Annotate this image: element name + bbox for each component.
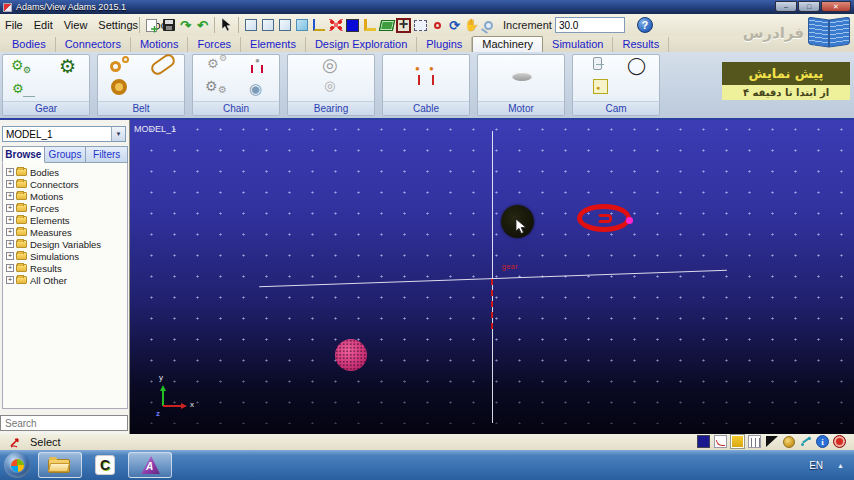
note-status-icon[interactable] (731, 435, 744, 448)
connectivity-icon[interactable] (327, 17, 344, 33)
group-label-chain[interactable]: Chain (193, 101, 279, 115)
expander-icon[interactable]: + (6, 216, 14, 224)
model-selector-dropdown[interactable]: MODEL_1 ▼ (2, 126, 126, 142)
bearing-load-icon[interactable]: ◎ (324, 79, 335, 92)
sprocket-blue-icon[interactable]: ◉ (249, 81, 262, 96)
chain-link-icon[interactable]: ● (255, 57, 260, 65)
linkage-status-icon[interactable] (799, 435, 812, 448)
bearing-icon[interactable]: ◎ (322, 56, 338, 74)
minimize-button[interactable]: – (775, 1, 797, 12)
language-indicator[interactable]: EN (809, 460, 823, 471)
tab-filters[interactable]: Filters (86, 146, 128, 163)
taskbar-adams-button[interactable]: A (128, 452, 172, 478)
tab-results[interactable]: Results (613, 37, 669, 52)
cable-pulley-icon[interactable]: ● (415, 65, 420, 73)
expander-icon[interactable]: + (6, 204, 14, 212)
start-button[interactable] (4, 452, 30, 478)
sprocket-icon[interactable]: ⚙ (207, 57, 219, 70)
spline-status-icon[interactable] (714, 435, 727, 448)
tree-item-simulations[interactable]: +Simulations (5, 250, 127, 262)
tree-item-forces[interactable]: +Forces (5, 202, 127, 214)
group-label-cam[interactable]: Cam (573, 101, 659, 115)
cable-pulley-icon[interactable]: ● (429, 65, 434, 73)
expander-icon[interactable]: + (6, 264, 14, 272)
taskbar-camtasia-button[interactable]: C (86, 452, 124, 478)
working-grid-icon[interactable] (378, 17, 395, 33)
center-point-icon[interactable] (429, 17, 446, 33)
tree-item-elements[interactable]: +Elements (5, 214, 127, 226)
select-cursor-icon[interactable] (218, 17, 235, 33)
redo-icon[interactable]: ↷ (177, 17, 194, 33)
taskbar-explorer-button[interactable] (38, 452, 82, 478)
tab-forces[interactable]: Forces (188, 37, 241, 52)
expander-icon[interactable]: + (6, 240, 14, 248)
tree-item-motions[interactable]: +Motions (5, 190, 127, 202)
expander-icon[interactable]: + (6, 228, 14, 236)
gear-small-icon[interactable]: ⚙ (23, 66, 31, 75)
view-cube-shaded-icon[interactable] (293, 17, 310, 33)
view-cube-edges-icon[interactable] (259, 17, 276, 33)
expander-icon[interactable]: + (6, 180, 14, 188)
pulley-small-icon[interactable] (122, 56, 129, 63)
tab-elements[interactable]: Elements (241, 37, 306, 52)
pan-hand-icon[interactable]: ✋ (463, 17, 480, 33)
search-input[interactable] (0, 415, 128, 431)
tab-simulation[interactable]: Simulation (543, 37, 613, 52)
belt-big-pulley-icon[interactable] (111, 79, 127, 95)
tab-groups[interactable]: Groups (45, 146, 87, 163)
tab-bodies[interactable]: Bodies (3, 37, 56, 52)
chain-pair-icon[interactable]: ⚙ (205, 79, 218, 93)
tree-item-bodies[interactable]: +Bodies (5, 166, 127, 178)
expander-icon[interactable]: + (6, 252, 14, 260)
3d-viewport[interactable]: MODEL_1 gear y x z (130, 120, 854, 434)
help-button[interactable]: ? (637, 17, 653, 33)
group-label-motor[interactable]: Motor (478, 101, 564, 115)
expander-icon[interactable]: + (6, 276, 14, 284)
sprocket-small-icon[interactable]: ⚙ (219, 54, 227, 63)
belt-pulley-pair-icon[interactable] (149, 52, 178, 78)
group-label-gear[interactable]: Gear (3, 101, 89, 115)
menu-settings[interactable]: Settings (98, 19, 138, 31)
motor-icon[interactable] (512, 72, 532, 81)
tab-motions[interactable]: Motions (131, 37, 189, 52)
table-status-icon[interactable] (748, 435, 761, 448)
stop-icon[interactable] (833, 435, 846, 448)
gear-outline-body[interactable] (577, 204, 631, 232)
planetary-gear-icon[interactable]: ⚙ (59, 57, 76, 76)
translate-view-icon[interactable] (395, 17, 412, 33)
sphere-body[interactable] (335, 339, 367, 371)
tree-item-results[interactable]: +Results (5, 262, 127, 274)
tree-item-all-other[interactable]: +All Other (5, 274, 127, 286)
marquee-select-icon[interactable] (412, 17, 429, 33)
rotate-view-icon[interactable]: ⟳ (446, 17, 463, 33)
info-icon[interactable]: i (816, 435, 829, 448)
group-label-bearing[interactable]: Bearing (288, 101, 374, 115)
tab-browse[interactable]: Browse (2, 146, 45, 163)
tree-item-design-variables[interactable]: +Design Variables (5, 238, 127, 250)
group-label-cable[interactable]: Cable (383, 101, 469, 115)
cam-profile-icon[interactable]: ◯ (627, 57, 646, 74)
chevron-down-icon[interactable]: ▼ (111, 127, 125, 141)
undo-icon[interactable]: ↶ (194, 17, 211, 33)
expander-icon[interactable]: + (6, 192, 14, 200)
tab-plugins[interactable]: Plugins (417, 37, 472, 52)
menu-edit[interactable]: Edit (34, 19, 53, 31)
view-cube-wireframe-icon[interactable] (242, 17, 259, 33)
time-coin-icon[interactable] (782, 435, 795, 448)
color-swatch-icon[interactable] (344, 17, 361, 33)
zoom-tool-icon[interactable] (480, 17, 497, 33)
group-label-belt[interactable]: Belt (98, 101, 184, 115)
orientation-axes-icon[interactable] (310, 17, 327, 33)
expander-icon[interactable]: + (6, 168, 14, 176)
tab-connectors[interactable]: Connectors (56, 37, 131, 52)
increment-input[interactable] (555, 17, 625, 33)
color-swatch-status-icon[interactable] (697, 435, 710, 448)
tab-design-exploration[interactable]: Design Exploration (306, 37, 417, 52)
gear-pair-icon[interactable]: ⚙ (11, 58, 24, 72)
tree-item-connectors[interactable]: +Connectors (5, 178, 127, 190)
plot-wedge-icon[interactable] (765, 435, 778, 448)
tray-expand-icon[interactable]: ▲ (837, 462, 844, 469)
menu-view[interactable]: View (64, 19, 88, 31)
tree-item-measures[interactable]: +Measures (5, 226, 127, 238)
save-icon[interactable] (160, 17, 177, 33)
